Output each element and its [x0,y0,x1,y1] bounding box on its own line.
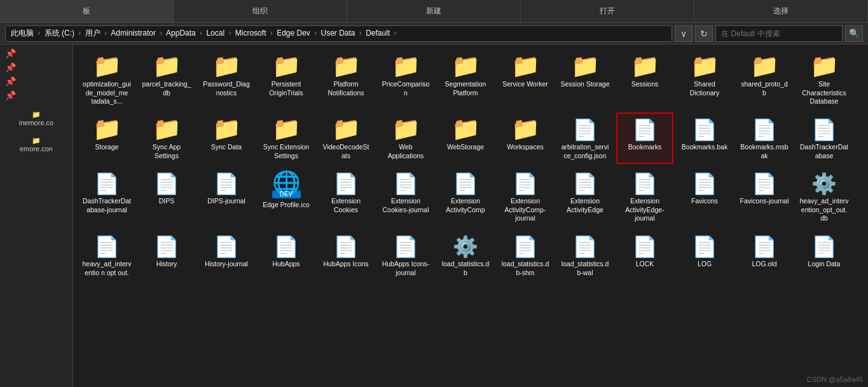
file-item-f38[interactable]: 📄Favicons-journal [736,166,793,227]
pin-button-3[interactable]: 📌 [3,75,70,88]
file-label-f38: Favicons-journal [740,197,789,206]
dropdown-button[interactable]: ∨ [675,25,692,42]
file-item-f19[interactable]: 📁Web Applications [377,112,434,164]
file-grid: 📁optimization_guide_model_me tadata_s...… [78,50,863,281]
file-item-f13[interactable]: 📁Site Characteristics Database [796,50,853,110]
file-item-f33[interactable]: 📄Extension ActivityComp [437,166,494,227]
file-item-f10[interactable]: 📁Sessions [616,50,673,110]
file-item-f39[interactable]: ⚙️heavy_ad_intervention_opt_out.db [796,166,853,227]
search-input[interactable] [715,25,843,42]
search-button[interactable]: 🔍 [845,25,863,42]
file-item-f36[interactable]: 📄Extension ActivityEdge-journal [616,166,673,227]
file-icon-f40: 📄 [94,234,120,257]
file-label-f15: Sync App Settings [142,143,191,160]
file-item-f14[interactable]: 📁Storage [78,112,135,164]
file-item-f46[interactable]: ⚙️load_statistics.db [437,229,494,281]
file-item-f51[interactable]: 📄LOG.old [736,229,793,281]
file-icon-f30: 🌐DEV [272,172,301,198]
file-icon-f10: 📁 [631,55,659,78]
toolbar-item-open[interactable]: 打开 [521,0,694,22]
file-label-f12: shared_proto_db [740,80,789,97]
file-item-f41[interactable]: 📄History [138,229,195,281]
file-item-f24[interactable]: 📄Bookmarks.bak [676,112,733,164]
file-item-f42[interactable]: 📄History-journal [198,229,255,281]
file-icon-f50: 📄 [692,234,717,257]
file-item-f47[interactable]: 📄load_statistics.db-shm [497,229,554,281]
file-item-f40[interactable]: 📄heavy_ad_interventio n opt out. [78,229,135,281]
file-item-f4[interactable]: 📁Persistent OriginTrials [258,50,315,110]
sidebar-item-1[interactable]: 📁 inemore.co [3,107,70,130]
file-icon-f9: 📁 [571,55,600,78]
file-label-f44: HubApps Icons [323,260,368,269]
file-label-f39: heavy_ad_intervention_opt_out.db [799,197,849,223]
file-label-f42: History-journal [205,260,248,269]
refresh-button[interactable]: ↻ [695,25,713,42]
file-item-f5[interactable]: 📁Platform Notifications [317,50,375,110]
file-item-f12[interactable]: 📁shared_proto_db [736,50,793,110]
file-icon-f49: 📄 [632,234,658,257]
file-label-f25: Bookmarks.msbak [740,143,789,160]
file-item-f48[interactable]: 📄load_statistics.db-wal [556,229,614,281]
file-item-f37[interactable]: 📄Favicons [676,166,733,227]
file-item-f49[interactable]: 📄LOCK [616,229,673,281]
toolbar-item-organize[interactable]: 组织 [174,0,347,22]
file-label-f11: Shared Dictionary [680,80,729,97]
file-item-f20[interactable]: 📁WebStorage [437,112,494,164]
file-item-f8[interactable]: 📁Service Worker [497,50,554,110]
content-area: 📁optimization_guide_model_me tadata_s...… [73,44,868,387]
sidebar-item-2[interactable]: 📁 emore.con [3,133,70,156]
file-item-f1[interactable]: 📁optimization_guide_model_me tadata_s... [78,50,135,110]
toolbar-item-new[interactable]: 新建 [347,0,521,22]
toolbar-item-board[interactable]: 板 [0,0,174,22]
file-item-f11[interactable]: 📁Shared Dictionary [676,50,733,110]
file-item-f15[interactable]: 📁Sync App Settings [138,112,195,164]
file-icon-f6: 📁 [392,55,420,78]
file-label-f46: load_statistics.db [441,260,490,277]
file-item-f16[interactable]: 📁Sync Data [198,112,255,164]
watermark: CSDN @a5a8a45 [807,376,863,383]
file-item-f31[interactable]: 📄Extension Cookies [317,166,375,227]
file-item-f52[interactable]: 📄Login Data [796,229,853,281]
file-item-f22[interactable]: 📄arbitration_service_config.json [556,112,614,164]
file-item-f21[interactable]: 📁Workspaces [497,112,554,164]
file-item-f45[interactable]: 📄HubApps Icons-journal [377,229,434,281]
file-item-f35[interactable]: 📄Extension ActivityEdge [556,166,614,227]
pin-button-4[interactable]: 📌 [3,89,70,102]
file-label-f8: Service Worker [502,80,548,89]
file-item-f28[interactable]: 📄DIPS [138,166,195,227]
file-item-f50[interactable]: 📄LOG [676,229,733,281]
file-item-f25[interactable]: 📄Bookmarks.msbak [736,112,793,164]
breadcrumb[interactable]: 此电脑 › 系统 (C:) › 用户 › Administrator › App… [5,25,672,42]
file-label-f37: Favicons [691,197,718,206]
file-item-f17[interactable]: 📁Sync Extension Settings [258,112,315,164]
file-item-f9[interactable]: 📁Session Storage [556,50,614,110]
file-label-f40: heavy_ad_interventio n opt out. [82,260,132,277]
file-item-f29[interactable]: 📄DIPS-journal [198,166,255,227]
toolbar: 板 组织 新建 打开 选择 [0,0,868,23]
file-item-f3[interactable]: 📁Password_Diagnostics [198,50,255,110]
folder-icon: 📁 [32,111,41,119]
file-item-f27[interactable]: 📄DashTrackerDatabase-journal [78,166,135,227]
file-icon-f32: 📄 [393,172,418,194]
file-item-f30[interactable]: 🌐DEVEdge Profile.ico [258,166,315,227]
pin-button-2[interactable]: 📌 [3,61,70,74]
file-icon-f48: 📄 [572,234,598,257]
pin-button-1[interactable]: 📌 [3,47,70,60]
file-item-f34[interactable]: 📄Extension ActivityComp-journal [497,166,554,227]
toolbar-item-select[interactable]: 选择 [694,0,868,22]
file-item-f43[interactable]: 📄HubApps [258,229,315,281]
file-item-f2[interactable]: 📁parcel_tracking_db [138,50,195,110]
file-item-f26[interactable]: 📄DashTrackerDatabase [796,112,853,164]
file-item-f7[interactable]: 📁Segmentation Platform [437,50,494,110]
file-item-f32[interactable]: 📄Extension Cookies-journal [377,166,434,227]
file-icon-f47: 📄 [513,234,538,257]
file-item-f44[interactable]: 📄HubApps Icons [317,229,375,281]
file-label-f26: DashTrackerDatabase [799,143,849,160]
file-icon-f45: 📄 [393,234,418,257]
file-item-f6[interactable]: 📁PriceComparison [377,50,434,110]
file-icon-f37: 📄 [692,172,717,194]
file-icon-f17: 📁 [272,118,301,140]
sidebar: 📌 📌 📌 📌 📁 inemore.co 📁 emore.con [0,44,73,387]
file-item-f23[interactable]: 📄Bookmarks [616,112,673,164]
file-item-f18[interactable]: 📁VideoDecodeStats [317,112,375,164]
